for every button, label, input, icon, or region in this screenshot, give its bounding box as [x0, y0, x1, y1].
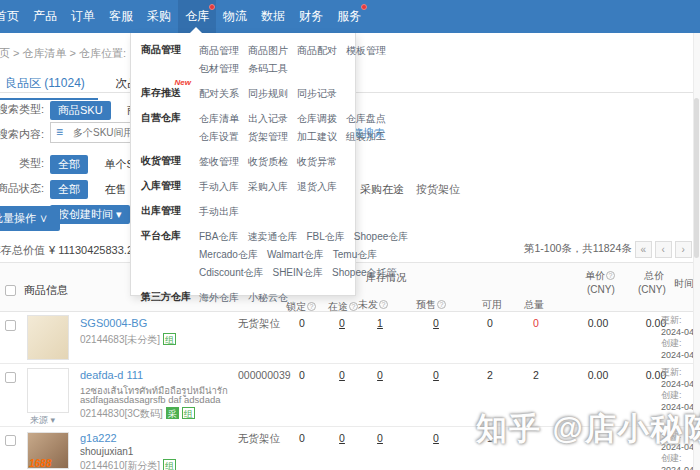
total-value: 2	[518, 369, 554, 381]
transit-value[interactable]: 0	[324, 317, 360, 329]
shelf-position: 无货架位	[238, 432, 280, 446]
row-checkbox[interactable]	[5, 320, 16, 331]
next-page-button[interactable]: ›	[675, 241, 692, 258]
menu-item[interactable]: 手动出库	[199, 206, 239, 218]
menu-item[interactable]: 包材管理	[199, 63, 239, 75]
product-image[interactable]	[27, 315, 69, 360]
select-all-checkbox[interactable]	[5, 285, 16, 296]
row-checkbox[interactable]	[5, 372, 16, 383]
tab-good-zone[interactable]: 良品区 (11024)	[0, 70, 98, 100]
menu-item[interactable]: 商品管理	[199, 45, 239, 57]
chevron-down-icon: ▾	[116, 208, 122, 220]
status-label: 商品状态:	[0, 181, 44, 196]
row-checkbox[interactable]	[5, 435, 16, 446]
info-icon[interactable]: ?	[437, 300, 446, 309]
menu-item[interactable]: 条码工具	[248, 63, 288, 75]
nav-items: 首页产品订单客服采购仓库物流数据财务服务	[0, 0, 700, 33]
menu-item[interactable]: FBL仓库	[306, 231, 344, 243]
breadcrumb-path: 首页 > 仓库清单 > 仓库位置:	[0, 47, 126, 59]
menu-item[interactable]: Shopee全托管	[332, 267, 396, 279]
menu-item[interactable]: FBA仓库	[199, 231, 238, 243]
total-value-label: 库存总价值	[0, 244, 45, 256]
menu-item[interactable]: 加工建议	[297, 131, 337, 143]
menu-item[interactable]: Walmart仓库	[267, 249, 324, 261]
list-input-icon: ≡	[56, 125, 63, 139]
menu-item[interactable]: 配对关系	[199, 88, 239, 100]
menu-item[interactable]: Temu仓库	[333, 249, 377, 261]
sort-by-create-time[interactable]: 按创建时间 ▾	[50, 205, 130, 224]
product-sku-link[interactable]: SGS0004-BG	[80, 317, 147, 329]
status-all[interactable]: 全部	[50, 180, 88, 199]
product-sku-link[interactable]: deafda-d 111	[80, 369, 143, 381]
menu-item[interactable]: 仓库清单	[199, 113, 239, 125]
menu-item[interactable]: 海外仓库	[199, 292, 239, 304]
scrollbar-thumb[interactable]	[694, 98, 699, 258]
menu-item[interactable]: 同步规则	[248, 88, 288, 100]
menu-item[interactable]: SHEIN仓库	[272, 267, 323, 279]
menu-item[interactable]: Shopee仓库	[354, 231, 408, 243]
purchase-tag: 采	[166, 407, 179, 419]
nav-item-home[interactable]: 首页	[0, 0, 26, 33]
menu-item[interactable]: 速卖通仓库	[247, 231, 297, 243]
filter-fragment-purchase-transit[interactable]: 采购在途	[360, 182, 404, 197]
menu-item[interactable]: 退货入库	[297, 181, 337, 193]
col-total: 总量	[524, 298, 544, 312]
nav-item-finance[interactable]: 财务	[292, 0, 330, 33]
col-available: 可用	[482, 298, 502, 312]
info-icon[interactable]: ?	[606, 271, 615, 280]
unshipped-value[interactable]: 0	[362, 432, 398, 444]
available-value: 2	[472, 369, 508, 381]
nav-item-service[interactable]: 客服	[102, 0, 140, 33]
menu-item[interactable]: 出入记录	[248, 113, 288, 125]
col-unshipped-label: 未发	[358, 299, 378, 310]
status-onsale[interactable]: 在售	[96, 180, 134, 199]
menu-item[interactable]: 收货质检	[248, 156, 288, 168]
prev-page-button[interactable]: ‹	[655, 241, 672, 258]
menu-item[interactable]: 小秘云仓	[248, 292, 288, 304]
menu-item[interactable]: Mercado仓库	[199, 249, 258, 261]
col-unit-price-unit: (CNY)	[587, 284, 615, 295]
transit-value[interactable]: 0	[324, 432, 360, 444]
nav-item-logistics[interactable]: 物流	[216, 0, 254, 33]
unshipped-value[interactable]: 1	[362, 317, 398, 329]
product-sku-link[interactable]: g1a222	[80, 432, 117, 444]
menu-group-title: 收货管理	[141, 154, 199, 172]
menu-item[interactable]: 同步记录	[297, 88, 337, 100]
transit-value[interactable]: 0	[324, 369, 360, 381]
nav-item-purchase[interactable]: 采购	[140, 0, 178, 33]
menu-item[interactable]: Cdiscount仓库	[199, 267, 263, 279]
menu-item[interactable]: 仓库盘点	[346, 113, 386, 125]
nav-item-services[interactable]: 服务	[330, 0, 368, 33]
menu-item[interactable]: 收货异常	[297, 156, 337, 168]
menu-item[interactable]: 组装加工	[346, 131, 386, 143]
nav-item-services-label: 服务	[337, 9, 361, 23]
menu-group-title: 平台仓库	[141, 229, 199, 283]
presale-value[interactable]: 0	[418, 432, 454, 444]
menu-group-title: 出库管理	[141, 204, 199, 222]
nav-item-orders[interactable]: 订单	[64, 0, 102, 33]
nav-item-products[interactable]: 产品	[26, 0, 64, 33]
unshipped-value[interactable]: 0	[362, 369, 398, 381]
menu-item[interactable]: 采购入库	[248, 181, 288, 193]
first-page-button[interactable]: «	[635, 241, 652, 258]
watermark: 知乎 @店小秘陈	[476, 408, 700, 450]
menu-item[interactable]: 签收管理	[199, 156, 239, 168]
presale-value[interactable]: 0	[418, 317, 454, 329]
batch-operation-button[interactable]: 批量操作 ∨	[0, 206, 60, 231]
menu-item[interactable]: 商品图片	[248, 45, 288, 57]
menu-item[interactable]: 仓库设置	[199, 131, 239, 143]
menu-item[interactable]: 货架管理	[248, 131, 288, 143]
menu-item[interactable]: 仓库调拨	[297, 113, 337, 125]
search-type-sku[interactable]: 商品SKU	[50, 101, 111, 120]
menu-item[interactable]: 模板管理	[346, 45, 386, 57]
type-all[interactable]: 全部	[50, 155, 88, 174]
info-icon[interactable]: ?	[379, 300, 388, 309]
menu-item[interactable]: 商品配对	[297, 45, 337, 57]
filter-fragment-by-shelf[interactable]: 按货架位	[416, 182, 460, 197]
new-badge: New	[175, 78, 191, 87]
product-code-text: 02144830[3C数码]	[80, 408, 163, 419]
menu-item[interactable]: 手动入库	[199, 181, 239, 193]
presale-value[interactable]: 0	[418, 369, 454, 381]
nav-item-data[interactable]: 数据	[254, 0, 292, 33]
product-image[interactable]	[27, 368, 69, 413]
